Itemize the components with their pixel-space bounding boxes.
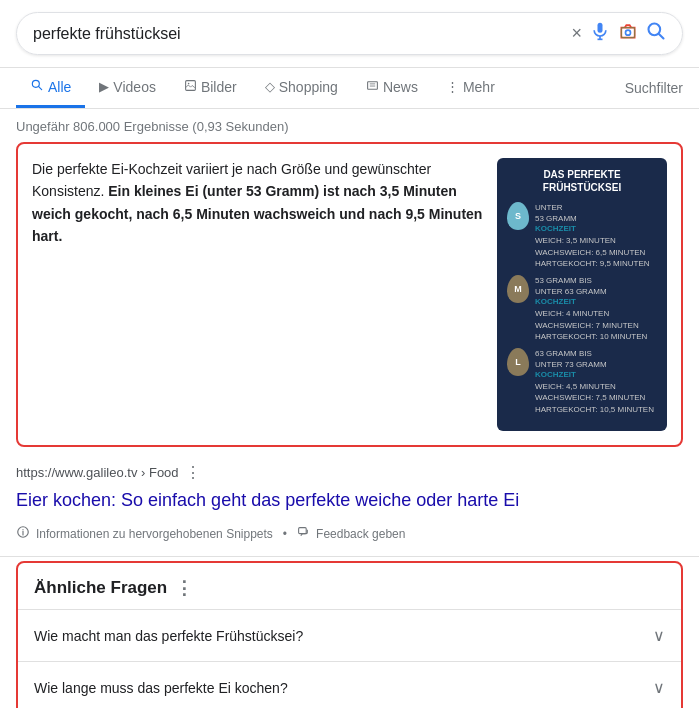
- egg-row-m: M 53 GRAMM BISUNTER 63 GRAMM KOCHZEIT WE…: [507, 275, 657, 342]
- faq-item-1[interactable]: Wie lange muss das perfekte Ei kochen? ∨: [18, 661, 681, 708]
- tab-mehr-label: Mehr: [463, 79, 495, 95]
- search-bar-container: perfekte frühstücksei ×: [0, 0, 699, 68]
- egg-sublabel-m: 53 GRAMM BISUNTER 63 GRAMM: [535, 275, 647, 297]
- svg-rect-4: [621, 28, 634, 38]
- videos-icon: ▶: [99, 79, 109, 94]
- faq-question-1: Wie lange muss das perfekte Ei kochen?: [34, 680, 288, 696]
- snippet-image-title: DAS PERFEKTE FRÜHSTÜCKSEI: [507, 168, 657, 194]
- faq-header: Ähnliche Fragen ⋮: [18, 563, 681, 609]
- svg-line-6: [659, 34, 664, 39]
- results-count: Ungefähr 806.000 Ergebnisse (0,93 Sekund…: [0, 109, 699, 142]
- tab-bilder[interactable]: Bilder: [170, 69, 251, 108]
- egg-header-s: KOCHZEIT: [535, 224, 650, 233]
- egg-lines-s: WEICH: 3,5 MINUTENWACHSWEICH: 6,5 MINUTE…: [535, 235, 650, 269]
- egg-lines-l: WEICH: 4,5 MINUTENWACHSWEICH: 7,5 MINUTE…: [535, 381, 654, 415]
- svg-point-10: [188, 82, 190, 84]
- snippet-info-separator: •: [283, 527, 287, 541]
- mehr-icon: ⋮: [446, 79, 459, 94]
- svg-point-16: [22, 529, 23, 530]
- featured-snippet: Die perfekte Ei-Kochzeit variiert je nac…: [16, 142, 683, 447]
- tab-videos[interactable]: ▶ Videos: [85, 69, 170, 108]
- egg-oval-s: S: [507, 202, 529, 230]
- snippet-info-label[interactable]: Informationen zu hervorgehobenen Snippet…: [36, 527, 273, 541]
- egg-info-s: UNTER53 GRAMM KOCHZEIT WEICH: 3,5 MINUTE…: [535, 202, 650, 269]
- faq-chevron-1: ∨: [653, 678, 665, 697]
- faq-title: Ähnliche Fragen: [34, 578, 167, 598]
- bilder-icon: [184, 79, 197, 95]
- egg-info-l: 63 GRAMM BISUNTER 73 GRAMM KOCHZEIT WEIC…: [535, 348, 654, 415]
- egg-header-l: KOCHZEIT: [535, 370, 654, 379]
- result-url-row: https://www.galileo.tv › Food ⋮: [0, 459, 699, 486]
- nav-tabs: Alle ▶ Videos Bilder ◇ Shopping News ⋮: [0, 68, 699, 109]
- tab-news[interactable]: News: [352, 69, 432, 108]
- svg-rect-17: [299, 527, 307, 533]
- result-link[interactable]: Eier kochen: So einfach geht das perfekt…: [0, 486, 699, 521]
- tab-mehr[interactable]: ⋮ Mehr: [432, 69, 509, 108]
- tab-alle-label: Alle: [48, 79, 71, 95]
- snippet-text: Die perfekte Ei-Kochzeit variiert je nac…: [32, 158, 485, 431]
- news-icon: [366, 79, 379, 95]
- feedback-icon: [297, 526, 310, 542]
- tab-alle[interactable]: Alle: [16, 68, 85, 108]
- tab-news-label: News: [383, 79, 418, 95]
- camera-icon[interactable]: [618, 21, 638, 46]
- result-title-link[interactable]: Eier kochen: So einfach geht das perfekt…: [16, 490, 519, 510]
- divider: [0, 556, 699, 557]
- faq-question-0: Wie macht man das perfekte Frühstücksei?: [34, 628, 303, 644]
- egg-oval-l: L: [507, 348, 529, 376]
- clear-icon[interactable]: ×: [571, 23, 582, 44]
- egg-sublabel-s: UNTER53 GRAMM: [535, 202, 650, 224]
- egg-lines-m: WEICH: 4 MINUTENWACHSWEICH: 7 MINUTENHAR…: [535, 308, 647, 342]
- svg-point-3: [626, 30, 631, 35]
- svg-rect-0: [598, 23, 603, 33]
- faq-chevron-0: ∨: [653, 626, 665, 645]
- faq-box: Ähnliche Fragen ⋮ Wie macht man das perf…: [16, 561, 683, 708]
- svg-rect-9: [186, 80, 196, 90]
- info-icon: [16, 525, 30, 542]
- tab-shopping[interactable]: ◇ Shopping: [251, 69, 352, 108]
- faq-more-icon[interactable]: ⋮: [175, 577, 193, 599]
- result-more-icon[interactable]: ⋮: [185, 463, 201, 482]
- voice-icon[interactable]: [590, 21, 610, 46]
- tab-shopping-label: Shopping: [279, 79, 338, 95]
- snippet-info-line: Informationen zu hervorgehobenen Snippet…: [0, 521, 699, 552]
- egg-row-l: L 63 GRAMM BISUNTER 73 GRAMM KOCHZEIT WE…: [507, 348, 657, 415]
- snippet-image: DAS PERFEKTE FRÜHSTÜCKSEI S UNTER53 GRAM…: [497, 158, 667, 431]
- svg-line-8: [38, 86, 41, 89]
- svg-rect-11: [368, 81, 378, 89]
- tab-bilder-label: Bilder: [201, 79, 237, 95]
- egg-header-m: KOCHZEIT: [535, 297, 647, 306]
- tab-videos-label: Videos: [113, 79, 156, 95]
- faq-item-0[interactable]: Wie macht man das perfekte Frühstücksei?…: [18, 609, 681, 661]
- search-input[interactable]: perfekte frühstücksei: [33, 25, 571, 43]
- result-url: https://www.galileo.tv › Food: [16, 465, 179, 480]
- egg-oval-m: M: [507, 275, 529, 303]
- egg-row-s: S UNTER53 GRAMM KOCHZEIT WEICH: 3,5 MINU…: [507, 202, 657, 269]
- search-submit-icon[interactable]: [646, 21, 666, 46]
- egg-info-m: 53 GRAMM BISUNTER 63 GRAMM KOCHZEIT WEIC…: [535, 275, 647, 342]
- egg-sublabel-l: 63 GRAMM BISUNTER 73 GRAMM: [535, 348, 654, 370]
- search-bar: perfekte frühstücksei ×: [16, 12, 683, 55]
- shopping-icon: ◇: [265, 79, 275, 94]
- alle-icon: [30, 78, 44, 95]
- snippet-feedback-label[interactable]: Feedback geben: [316, 527, 405, 541]
- search-filter[interactable]: Suchfilter: [625, 70, 683, 106]
